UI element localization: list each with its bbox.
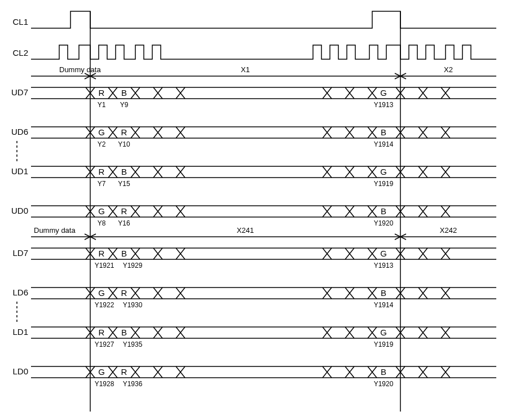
label-ud1: UD1 xyxy=(11,166,28,176)
ud7-c3: G xyxy=(380,88,387,98)
ld1-c2: B xyxy=(121,328,127,337)
ud6-l1: Y2 xyxy=(98,140,106,148)
ld6-c1: G xyxy=(98,288,105,298)
label-ld7: LD7 xyxy=(12,248,28,258)
span-row-1: Dummy data X1 X2 xyxy=(31,65,496,79)
ud7-l3: Y1913 xyxy=(374,101,394,109)
ld0-c1: G xyxy=(98,367,105,377)
ld0-c2: R xyxy=(121,367,127,377)
ud0-c2: R xyxy=(121,206,127,216)
ud7-c1: R xyxy=(99,88,105,98)
ud0-l3: Y1920 xyxy=(374,219,394,227)
label-ld1: LD1 xyxy=(12,327,28,337)
ud1-l2: Y15 xyxy=(118,180,130,188)
ld6-l3: Y1914 xyxy=(374,301,394,309)
ld1-l1: Y1927 xyxy=(95,341,114,348)
ud1-c1: R xyxy=(99,167,105,176)
label-cl1: CL1 xyxy=(12,17,28,26)
ud1-l3: Y1919 xyxy=(374,180,394,188)
ld6-l1: Y1922 xyxy=(95,301,114,309)
ld0-l3: Y1920 xyxy=(374,380,394,388)
ld6-c2: R xyxy=(121,288,127,298)
wave-cl2 xyxy=(31,45,496,59)
ud7-l1: Y1 xyxy=(98,101,106,109)
ud0-c3: B xyxy=(381,206,386,216)
ld7-l1: Y1921 xyxy=(95,262,114,269)
ld6-l2: Y1930 xyxy=(123,301,143,309)
ud0-l1: Y8 xyxy=(98,219,106,227)
ld0-l2: Y1936 xyxy=(123,380,143,388)
ld1-l2: Y1935 xyxy=(123,341,143,348)
ld7-l3: Y1913 xyxy=(374,262,394,269)
ld1-l3: Y1919 xyxy=(374,341,394,348)
ud1-c3: G xyxy=(380,167,387,176)
wave-cl1 xyxy=(31,11,496,28)
timing-diagram: CL1 CL2 Dummy data X1 X2 UD7 R B G Y1 Y9… xyxy=(6,6,502,417)
ld0-c3: B xyxy=(381,367,386,377)
label-ud6: UD6 xyxy=(11,127,28,136)
ud6-c1: G xyxy=(98,127,105,137)
ld1-c3: G xyxy=(380,328,387,337)
ud6-c2: R xyxy=(121,127,127,137)
label-ud7: UD7 xyxy=(11,87,28,97)
span-x1: X1 xyxy=(241,65,250,74)
span-x242: X242 xyxy=(440,226,457,235)
ud7-l2: Y9 xyxy=(120,101,129,109)
label-ld6: LD6 xyxy=(12,288,28,297)
span-x241: X241 xyxy=(237,226,254,235)
ld7-l2: Y1929 xyxy=(123,262,143,269)
ld7-c2: B xyxy=(121,249,127,258)
span-row-2: Dummy data X241 X242 xyxy=(31,226,496,240)
ud0-l2: Y16 xyxy=(118,219,130,227)
ud1-l1: Y7 xyxy=(98,180,106,188)
ld1-c1: R xyxy=(99,328,105,337)
ud1-c2: B xyxy=(121,167,127,176)
ud6-c3: B xyxy=(381,127,386,137)
ld7-c3: G xyxy=(380,249,387,258)
ud7-c2: B xyxy=(121,88,127,98)
ld6-c3: B xyxy=(381,288,386,298)
span-x2: X2 xyxy=(444,65,453,74)
label-cl2: CL2 xyxy=(12,48,28,58)
ud6-l3: Y1914 xyxy=(374,140,394,148)
ld0-l1: Y1928 xyxy=(95,380,114,388)
ud6-l2: Y10 xyxy=(118,140,130,148)
label-ud0: UD0 xyxy=(11,206,28,215)
label-ld0: LD0 xyxy=(12,366,28,376)
ld7-c1: R xyxy=(99,249,105,258)
ud0-c1: G xyxy=(98,206,105,216)
dummy-data-2: Dummy data xyxy=(34,226,76,235)
dummy-data-1: Dummy data xyxy=(59,65,101,74)
